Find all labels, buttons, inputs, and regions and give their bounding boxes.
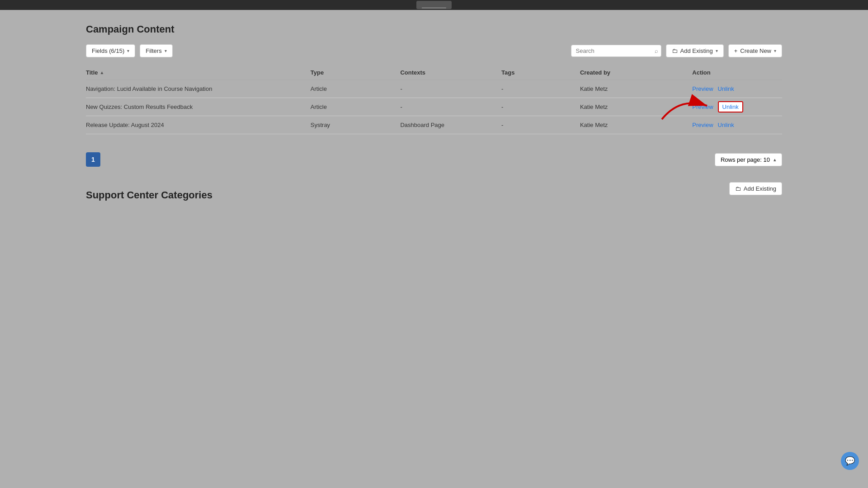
page-content: Campaign Content Fields (6/15) ▾ Filters… [0,10,868,215]
folder-icon2: 🗀 [735,185,741,192]
row2-title: New Quizzes: Custom Results Feedback [86,103,311,110]
row2-preview-link[interactable]: Preview [692,103,713,110]
chevron-down-icon: ▾ [127,48,129,53]
pagination: 1 Rows per page: 10 ▴ [86,148,782,171]
row2-actions: Preview Unlink [692,103,782,110]
row3-preview-link[interactable]: Preview [692,122,713,128]
col-created-by: Created by [580,69,692,76]
sort-icon[interactable]: ▲ [100,70,104,75]
table-row: New Quizzes: Custom Results Feedback Art… [86,98,782,116]
section2-title: Support Center Categories [86,189,212,201]
create-new-button[interactable]: + Create New ▾ [728,44,782,57]
filters-dropdown[interactable]: Filters ▾ [140,44,172,57]
row1-tags: - [501,85,580,92]
toolbar: Fields (6/15) ▾ Filters ▾ ⌕ 🗀 Add Existi… [86,44,782,57]
table-row: Navigation: Lucid Available in Course Na… [86,80,782,98]
row2-tags: - [501,103,580,110]
col-tags: Tags [501,69,580,76]
col-title-label: Title [86,69,98,76]
row1-created-by: Katie Metz [580,85,692,92]
row3-type: Systray [311,122,401,128]
chevron-down-icon4: ▾ [774,48,776,53]
row1-unlink-link[interactable]: Unlink [718,85,734,92]
filters-label: Filters [146,47,161,54]
campaign-content-table: Title ▲ Type Contexts Tags Created by Ac… [86,66,782,134]
chevron-down-icon3: ▾ [716,48,718,53]
search-icon: ⌕ [655,47,658,54]
row2-created-by: Katie Metz [580,103,692,110]
top-bar-button[interactable]: ________ [416,1,451,9]
section2-add-existing-button[interactable]: 🗀 Add Existing [729,182,782,195]
chevron-down-icon2: ▾ [165,48,167,53]
row1-contexts: - [400,85,501,92]
top-bar: ________ [0,0,868,10]
table-row: Release Update: August 2024 Systray Dash… [86,116,782,134]
row2-unlink-highlighted-link[interactable]: Unlink [718,101,743,113]
row3-tags: - [501,122,580,128]
row1-actions: Preview Unlink [692,85,782,92]
row1-preview-link[interactable]: Preview [692,85,713,92]
create-new-label: Create New [740,47,771,54]
page-1-button[interactable]: 1 [86,152,100,167]
search-box[interactable]: ⌕ [571,45,661,57]
search-input[interactable] [576,47,652,54]
section1-title: Campaign Content [86,23,782,35]
col-action: Action [692,69,782,76]
section2-add-existing-label: Add Existing [744,185,776,192]
fields-label: Fields (6/15) [92,47,124,54]
row3-contexts: Dashboard Page [400,122,501,128]
toolbar-left: Fields (6/15) ▾ Filters ▾ [86,44,173,57]
add-existing-button[interactable]: 🗀 Add Existing ▾ [666,44,724,57]
rows-per-page-button[interactable]: Rows per page: 10 ▴ [715,153,782,166]
col-contexts: Contexts [400,69,501,76]
fields-dropdown[interactable]: Fields (6/15) ▾ [86,44,135,57]
toolbar-right: ⌕ 🗀 Add Existing ▾ + Create New ▾ [571,44,783,57]
chevron-up-icon: ▴ [774,157,776,163]
row1-title: Navigation: Lucid Available in Course Na… [86,85,311,92]
add-existing-label: Add Existing [680,47,713,54]
row3-title: Release Update: August 2024 [86,122,311,128]
col-type: Type [311,69,401,76]
row2-contexts: - [400,103,501,110]
folder-icon: 🗀 [672,47,678,54]
row2-type: Article [311,103,401,110]
row3-created-by: Katie Metz [580,122,692,128]
col-title: Title ▲ [86,69,311,76]
row3-actions: Preview Unlink [692,122,782,128]
rows-per-page-label: Rows per page: 10 [721,156,770,163]
row1-type: Article [311,85,401,92]
plus-icon: + [734,47,738,54]
row3-unlink-link[interactable]: Unlink [718,122,734,128]
table-header: Title ▲ Type Contexts Tags Created by Ac… [86,66,782,80]
